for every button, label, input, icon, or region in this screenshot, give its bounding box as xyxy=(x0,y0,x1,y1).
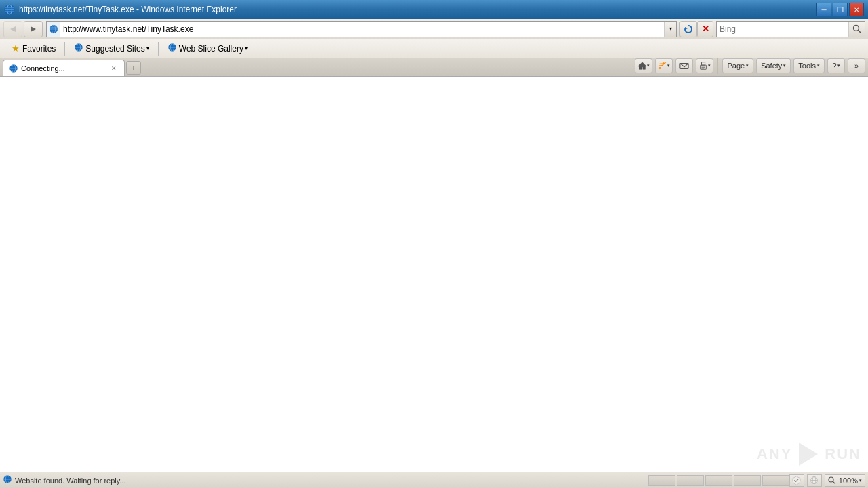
fav-separator-2 xyxy=(158,42,159,56)
window-controls: ─ ❐ ✕ xyxy=(816,3,864,16)
expand-tools-button[interactable]: » xyxy=(848,58,865,73)
tab-close-button[interactable]: ✕ xyxy=(109,64,119,73)
safety-dropdown-icon: ▾ xyxy=(783,63,786,68)
page-label: Page xyxy=(727,62,745,70)
window-title: https://tinytask.net/TinyTask.exe - Wind… xyxy=(19,5,816,14)
ie-icon xyxy=(4,4,15,15)
home-tool-button[interactable]: ▾ xyxy=(635,58,652,73)
tab-right-tools: ▾ ▾ xyxy=(635,58,865,76)
browser-tab-1[interactable]: Connecting... ✕ xyxy=(3,60,125,76)
status-progress-area xyxy=(648,475,789,486)
favorites-button[interactable]: ★ Favorites xyxy=(5,41,62,56)
svg-marker-32 xyxy=(799,443,818,466)
stop-button[interactable]: ✕ xyxy=(697,21,713,37)
help-dropdown-icon: ▾ xyxy=(837,63,840,68)
suggested-sites-dropdown-icon: ▾ xyxy=(146,45,149,52)
status-security-button[interactable] xyxy=(789,474,804,487)
search-bar xyxy=(716,21,865,37)
svg-rect-29 xyxy=(701,63,702,64)
new-tab-icon: + xyxy=(131,63,136,73)
refresh-button[interactable] xyxy=(679,21,697,37)
svg-rect-28 xyxy=(702,62,705,65)
anyrun-watermark: ANY RUN xyxy=(757,441,861,468)
help-tool-button[interactable]: ? ▾ xyxy=(827,58,845,73)
svg-rect-30 xyxy=(702,67,705,68)
forward-button[interactable] xyxy=(24,21,43,37)
address-dropdown-button[interactable]: ▾ xyxy=(664,22,676,37)
status-right-area: 100% ▾ xyxy=(789,474,865,487)
search-input[interactable] xyxy=(717,22,848,37)
web-slice-dropdown-icon: ▾ xyxy=(245,45,248,52)
status-loading-icon xyxy=(3,474,12,486)
navigation-bar: ▾ ✕ xyxy=(0,19,868,39)
svg-marker-12 xyxy=(685,27,688,30)
fav-separator-1 xyxy=(64,42,65,56)
progress-segment-1 xyxy=(648,475,675,486)
web-slice-label: Web Slice Gallery xyxy=(179,44,243,54)
new-tab-button[interactable]: + xyxy=(126,61,141,75)
tools-label: Tools xyxy=(798,62,816,70)
progress-segment-2 xyxy=(677,475,704,486)
safety-tool-button[interactable]: Safety ▾ xyxy=(756,58,791,73)
tools-tool-button[interactable]: Tools ▾ xyxy=(793,58,825,73)
watermark-run-text: RUN xyxy=(825,445,861,463)
svg-marker-6 xyxy=(31,26,36,32)
status-network-button[interactable] xyxy=(807,474,822,487)
favorites-bar: ★ Favorites Suggested Sites ▾ xyxy=(0,39,868,58)
svg-line-14 xyxy=(859,30,861,33)
web-slice-icon xyxy=(167,43,177,54)
status-bar: Website found. Waiting for reply... xyxy=(0,472,868,488)
close-button[interactable]: ✕ xyxy=(849,3,864,16)
web-slice-button[interactable]: Web Slice Gallery ▾ xyxy=(161,41,254,56)
status-message: Website found. Waiting for reply... xyxy=(15,476,126,485)
minimize-button[interactable]: ─ xyxy=(816,3,831,16)
print-dropdown-icon: ▾ xyxy=(708,63,711,68)
zoom-level: 100% xyxy=(839,476,858,485)
svg-marker-5 xyxy=(10,26,16,32)
tab-loading-icon xyxy=(9,64,18,73)
status-text-area: Website found. Waiting for reply... xyxy=(3,474,648,486)
watermark-play-icon xyxy=(795,441,822,468)
zoom-dropdown-icon: ▾ xyxy=(859,478,862,483)
feeds-dropdown-icon: ▾ xyxy=(667,63,670,68)
cmd-separator-1 xyxy=(717,58,718,74)
content-area: ANY RUN xyxy=(0,77,868,488)
svg-point-25 xyxy=(659,67,662,70)
suggested-sites-button[interactable]: Suggested Sites ▾ xyxy=(68,41,155,56)
progress-segment-5 xyxy=(762,475,789,486)
page-tool-button[interactable]: Page ▾ xyxy=(722,58,753,73)
svg-rect-31 xyxy=(702,68,705,69)
favorites-label: Favorites xyxy=(22,44,56,54)
expand-icon: » xyxy=(854,62,859,70)
suggested-sites-icon xyxy=(74,43,83,54)
feeds-tool-button[interactable]: ▾ xyxy=(655,58,673,73)
address-input[interactable] xyxy=(60,22,664,37)
address-bar: ▾ xyxy=(46,21,677,37)
progress-segment-4 xyxy=(734,475,761,486)
back-button[interactable] xyxy=(3,21,22,37)
restore-button[interactable]: ❐ xyxy=(833,3,848,16)
star-icon: ★ xyxy=(12,43,20,54)
tab-1-label: Connecting... xyxy=(21,64,65,73)
page-dropdown-icon: ▾ xyxy=(746,63,749,68)
tools-dropdown-icon: ▾ xyxy=(817,63,820,68)
title-bar: https://tinytask.net/TinyTask.exe - Wind… xyxy=(0,0,868,19)
svg-line-40 xyxy=(833,481,835,483)
print-tool-button[interactable]: ▾ xyxy=(696,58,713,73)
zoom-button[interactable]: 100% ▾ xyxy=(825,474,865,487)
mail-tool-button[interactable] xyxy=(675,58,693,73)
help-label: ? xyxy=(832,62,836,70)
stop-icon: ✕ xyxy=(702,24,709,34)
svg-marker-24 xyxy=(638,62,646,70)
safety-label: Safety xyxy=(761,62,782,70)
suggested-sites-label: Suggested Sites xyxy=(85,44,144,54)
home-dropdown-icon: ▾ xyxy=(647,63,650,68)
address-icon xyxy=(47,22,60,37)
watermark-any-text: ANY xyxy=(757,445,792,463)
search-button[interactable] xyxy=(848,22,865,37)
tab-bar: Connecting... ✕ + ▾ ▾ xyxy=(0,58,868,77)
progress-segment-3 xyxy=(705,475,732,486)
